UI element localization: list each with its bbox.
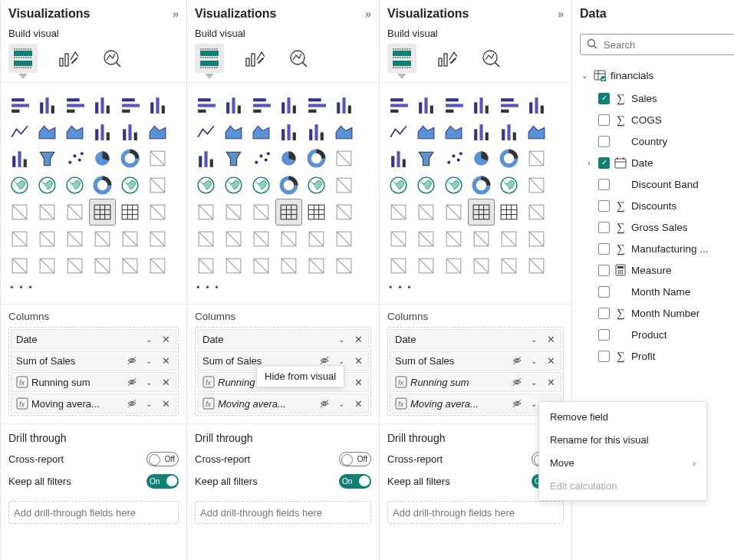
- checkbox[interactable]: [598, 200, 610, 212]
- field-menu-icon[interactable]: ⌄: [527, 378, 541, 387]
- visual-decomposition[interactable]: [249, 226, 274, 252]
- visual-donut[interactable]: [304, 146, 329, 171]
- keep-filters-toggle[interactable]: On: [339, 474, 371, 489]
- field-menu-icon[interactable]: ⌄: [334, 335, 348, 344]
- visual-ribbon[interactable]: [145, 119, 170, 144]
- hide-icon[interactable]: [318, 355, 331, 366]
- visual-line[interactable]: [7, 119, 32, 144]
- visual-clustered-column[interactable]: [276, 92, 301, 117]
- visual-slicer[interactable]: [249, 199, 274, 225]
- format-tab[interactable]: [432, 44, 461, 73]
- field-month-number[interactable]: ∑ Month Number: [577, 302, 734, 324]
- checkbox[interactable]: [598, 265, 610, 276]
- more-visuals[interactable]: • • •: [1, 282, 186, 299]
- visual-decomposition[interactable]: [441, 226, 466, 252]
- visual-map[interactable]: [7, 173, 32, 198]
- hide-icon[interactable]: [125, 355, 139, 366]
- visual-more-visuals[interactable]: [524, 253, 549, 278]
- field-gross-sales[interactable]: ∑ Gross Sales: [577, 216, 734, 238]
- build-tab[interactable]: [195, 44, 224, 73]
- checkbox[interactable]: [598, 136, 610, 147]
- table-financials[interactable]: ⌄ financials: [577, 64, 734, 86]
- visual-scatter[interactable]: [249, 146, 274, 171]
- field-date[interactable]: › Date: [577, 152, 734, 173]
- keep-filters-toggle[interactable]: On: [146, 474, 179, 489]
- visual-kpi[interactable]: [35, 199, 60, 225]
- visual-treemap[interactable]: [145, 146, 170, 171]
- visual-waterfall[interactable]: [193, 146, 219, 171]
- field-menu-icon[interactable]: ⌄: [142, 378, 156, 387]
- visual-r[interactable]: [524, 199, 549, 225]
- visual-filled-map[interactable]: [413, 173, 439, 198]
- visual-clustered-bar[interactable]: [249, 92, 274, 117]
- checkbox[interactable]: [598, 329, 610, 341]
- field-profit[interactable]: ∑ Profit: [577, 345, 734, 367]
- visual-goals[interactable]: [524, 226, 549, 252]
- checkbox[interactable]: [598, 243, 610, 255]
- remove-field-icon[interactable]: ✕: [544, 355, 558, 367]
- field-running-sum[interactable]: Running sum ⌄ ✕: [11, 372, 176, 392]
- analytics-tab[interactable]: [476, 44, 505, 73]
- visual-area[interactable]: [413, 119, 439, 144]
- visual-funnel[interactable]: [221, 146, 246, 171]
- caret-right-icon[interactable]: ›: [584, 159, 594, 167]
- visual-stacked-column-100[interactable]: [524, 92, 549, 117]
- visual-line-clustered[interactable]: [90, 119, 115, 144]
- visual-metrics[interactable]: [413, 253, 439, 278]
- remove-field-icon[interactable]: ✕: [544, 334, 558, 345]
- visual-stacked-bar[interactable]: [7, 92, 32, 117]
- visual-kpi[interactable]: [221, 199, 246, 225]
- hide-icon[interactable]: [510, 398, 524, 409]
- visual-paginated[interactable]: [496, 226, 522, 252]
- visual-power-apps[interactable]: [90, 253, 115, 278]
- visual-gauge[interactable]: [276, 173, 301, 198]
- visual-scatter[interactable]: [441, 146, 466, 171]
- visual-r[interactable]: [145, 199, 170, 225]
- columns-well[interactable]: Date ⌄ ✕ Sum of Sales ⌄ ✕ Running sum ⌄ …: [387, 327, 564, 416]
- visual-smart-narrative[interactable]: [7, 253, 32, 278]
- hide-icon[interactable]: [510, 377, 524, 387]
- ctx-rename-visual[interactable]: Rename for this visual: [539, 428, 706, 451]
- visual-clustered-bar[interactable]: [62, 92, 87, 117]
- field-discount-band[interactable]: Discount Band: [577, 173, 734, 195]
- remove-field-icon[interactable]: ✕: [351, 377, 365, 388]
- visual-matrix[interactable]: [304, 199, 329, 225]
- format-tab[interactable]: [239, 44, 268, 73]
- visual-clustered-column[interactable]: [90, 92, 115, 117]
- visual-power-apps[interactable]: [276, 253, 301, 278]
- visual-ribbon[interactable]: [524, 119, 549, 144]
- visual-qa[interactable]: [90, 226, 115, 252]
- visual-decomp2[interactable]: [117, 253, 143, 278]
- drill-drop-zone[interactable]: Add drill-through fields here: [195, 501, 371, 524]
- visual-funnel[interactable]: [413, 146, 439, 171]
- checkbox[interactable]: [598, 286, 610, 298]
- visual-line-stacked[interactable]: [496, 119, 522, 144]
- field-menu-icon[interactable]: ⌄: [527, 357, 541, 365]
- remove-field-icon[interactable]: ✕: [159, 355, 173, 367]
- field-date[interactable]: Date ⌄ ✕: [197, 329, 369, 349]
- hide-icon[interactable]: [125, 398, 139, 409]
- field-discounts[interactable]: ∑ Discounts: [577, 195, 734, 216]
- visual-more-visuals[interactable]: [145, 253, 170, 278]
- build-tab[interactable]: [387, 44, 416, 73]
- collapse-pane-icon[interactable]: »: [173, 8, 179, 20]
- analytics-tab[interactable]: [97, 44, 127, 73]
- remove-field-icon[interactable]: ✕: [159, 334, 173, 345]
- visual-stacked-area[interactable]: [441, 119, 466, 144]
- checkbox[interactable]: [598, 308, 610, 319]
- visual-scatter[interactable]: [62, 146, 87, 171]
- visual-stacked-bar-100[interactable]: [304, 92, 329, 117]
- visual-metrics[interactable]: [221, 253, 246, 278]
- field-menu-icon[interactable]: ⌄: [334, 400, 348, 408]
- hide-icon[interactable]: [510, 355, 524, 366]
- build-tab[interactable]: [8, 44, 38, 73]
- format-tab[interactable]: [53, 44, 82, 73]
- visual-decomp2[interactable]: [304, 253, 329, 278]
- visual-pie[interactable]: [276, 146, 301, 171]
- visual-matrix[interactable]: [496, 199, 522, 225]
- search-input[interactable]: [580, 34, 734, 55]
- visual-decomposition[interactable]: [62, 226, 87, 252]
- visual-line-clustered[interactable]: [469, 119, 494, 144]
- visual-paginated[interactable]: [117, 226, 143, 252]
- search-field[interactable]: [602, 38, 734, 51]
